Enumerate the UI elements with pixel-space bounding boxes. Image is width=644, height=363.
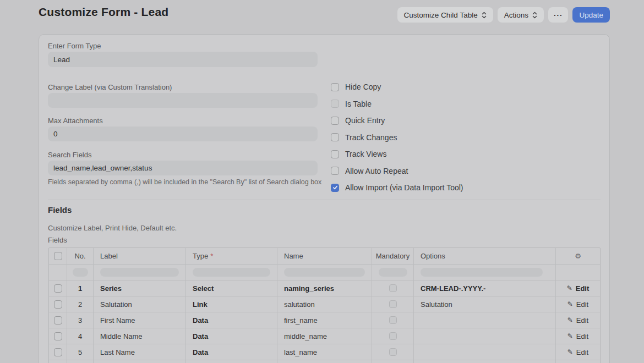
edit-button[interactable]: ✎ Edit xyxy=(556,280,600,296)
row-select-checkbox[interactable] xyxy=(54,332,62,340)
column-header-options: Options xyxy=(414,248,556,264)
column-header-type: Type * xyxy=(186,248,277,264)
field-type-cell: Select xyxy=(186,280,277,296)
search-fields-input[interactable] xyxy=(48,161,318,175)
quick-entry-checkbox-row[interactable]: Quick Entry xyxy=(331,115,463,126)
actions-button[interactable]: Actions xyxy=(498,7,544,23)
field-name-cell: first_name xyxy=(277,312,372,328)
customize-child-table-label: Customize Child Table xyxy=(404,11,478,19)
edit-label: Edit xyxy=(576,316,588,324)
hide-copy-checkbox-row[interactable]: Hide Copy xyxy=(331,81,463,92)
edit-button[interactable]: ✎ Edit xyxy=(556,328,600,344)
row-number: 2 xyxy=(67,296,94,312)
checkbox-checked-icon[interactable] xyxy=(331,184,339,192)
field-type-cell: Data xyxy=(186,344,277,360)
row-select-checkbox[interactable] xyxy=(54,348,62,356)
max-attachments-input[interactable] xyxy=(48,127,318,141)
filter-input-name[interactable] xyxy=(284,268,365,277)
field-type-cell: Link xyxy=(186,296,277,312)
row-number: 4 xyxy=(67,328,94,344)
allow-import-checkbox-row[interactable]: Allow Import (via Data Import Tool) xyxy=(331,182,463,193)
filter-input-label[interactable] xyxy=(100,268,179,277)
pencil-icon: ✎ xyxy=(567,316,573,324)
checkbox-label: Allow Import (via Data Import Tool) xyxy=(345,183,463,192)
fields-grid-label: Fields xyxy=(48,236,67,244)
field-options-cell: Salutation xyxy=(414,296,556,312)
row-select-checkbox[interactable] xyxy=(54,316,62,324)
column-header-type-text: Type xyxy=(193,252,208,260)
checkbox-icon[interactable] xyxy=(331,83,339,91)
customize-child-table-button[interactable]: Customize Child Table xyxy=(397,7,493,23)
change-label-label: Change Label (via Custom Translation) xyxy=(48,83,172,91)
column-header-mandatory: Mandatory xyxy=(372,248,414,264)
max-attachments-label: Max Attachments xyxy=(48,117,103,125)
edit-button[interactable]: ✎ Edit xyxy=(556,312,600,328)
pencil-icon: ✎ xyxy=(567,332,573,340)
field-name-cell: middle_name xyxy=(277,328,372,344)
pencil-icon: ✎ xyxy=(567,284,572,292)
search-fields-help: Fields separated by comma (,) will be in… xyxy=(48,178,334,186)
form-type-input[interactable] xyxy=(48,52,318,67)
enter-form-type-label: Enter Form Type xyxy=(48,42,101,50)
table-row: 5 Last Name Data last_name ✎ Edit xyxy=(49,344,600,360)
field-type-cell: Data xyxy=(186,312,277,328)
table-row: 4 Middle Name Data middle_name ✎ Edit xyxy=(49,328,600,344)
allow-auto-repeat-checkbox-row[interactable]: Allow Auto Repeat xyxy=(331,166,463,177)
field-label-cell: First Name xyxy=(94,312,186,328)
column-header-name: Name xyxy=(277,248,372,264)
grid-filter-row xyxy=(49,265,600,280)
edit-label: Edit xyxy=(576,332,588,340)
column-header-label: Label xyxy=(94,248,186,264)
required-marker: * xyxy=(210,252,213,260)
field-options-cell xyxy=(414,344,556,360)
grid-header-row: No. Label Type * Name Mandatory Options … xyxy=(49,248,600,265)
column-header-no: No. xyxy=(67,248,94,264)
change-label-input[interactable] xyxy=(48,93,318,108)
filter-input-type[interactable] xyxy=(193,268,270,277)
section-divider xyxy=(48,200,601,200)
checkbox-icon[interactable] xyxy=(331,117,339,125)
pencil-icon: ✎ xyxy=(567,300,573,308)
select-all-checkbox[interactable] xyxy=(54,252,62,260)
row-number: 3 xyxy=(67,312,94,328)
row-select-checkbox[interactable] xyxy=(54,284,62,293)
select-chevrons-icon xyxy=(532,12,537,19)
checkbox-label: Hide Copy xyxy=(345,82,381,91)
mandatory-checkbox xyxy=(389,332,397,340)
field-label-cell: Last Name xyxy=(94,344,186,360)
field-label-cell: Middle Name xyxy=(94,328,186,344)
field-name-cell: salutation xyxy=(277,296,372,312)
field-label-cell: Series xyxy=(94,280,186,296)
edit-button[interactable]: ✎ Edit xyxy=(556,344,600,360)
field-name-cell: naming_series xyxy=(277,280,372,296)
filter-input-options[interactable] xyxy=(421,268,543,277)
checkbox-icon[interactable] xyxy=(331,167,339,175)
mandatory-checkbox xyxy=(389,348,397,356)
customize-form-card: Enter Form Type Change Label (via Custom… xyxy=(39,34,610,363)
is-table-checkbox-row: Is Table xyxy=(331,98,463,109)
checkbox-label: Allow Auto Repeat xyxy=(345,167,408,175)
checkbox-icon[interactable] xyxy=(331,150,339,158)
table-row: 1 Series Select naming_series CRM-LEAD-.… xyxy=(49,280,600,296)
row-number: 5 xyxy=(67,344,94,360)
pencil-icon: ✎ xyxy=(567,348,573,356)
table-row: 2 Salutation Link salutation Salutation … xyxy=(49,296,600,312)
update-button[interactable]: Update xyxy=(572,7,610,23)
track-views-checkbox-row[interactable]: Track Views xyxy=(331,148,463,160)
more-menu-button[interactable]: ··· xyxy=(548,7,569,23)
header-actions: Customize Child Table Actions ··· Update xyxy=(397,7,610,23)
actions-label: Actions xyxy=(504,11,528,19)
row-select-checkbox[interactable] xyxy=(54,300,62,309)
page-title: Customize Form - Lead xyxy=(39,6,168,19)
checkbox-icon[interactable] xyxy=(331,133,339,141)
gear-icon[interactable]: ⚙ xyxy=(575,252,581,260)
edit-label: Edit xyxy=(576,300,588,309)
checkbox-label: Track Changes xyxy=(345,133,397,142)
filter-input-no[interactable] xyxy=(73,268,88,277)
form-options-checkboxes: Hide Copy Is Table Quick Entry Track Cha… xyxy=(331,81,463,199)
filter-input-mandatory[interactable] xyxy=(379,268,407,277)
edit-label: Edit xyxy=(576,348,588,356)
fields-section-description: Customize Label, Print Hide, Default etc… xyxy=(48,224,177,232)
track-changes-checkbox-row[interactable]: Track Changes xyxy=(331,132,463,143)
edit-button[interactable]: ✎ Edit xyxy=(556,296,600,312)
